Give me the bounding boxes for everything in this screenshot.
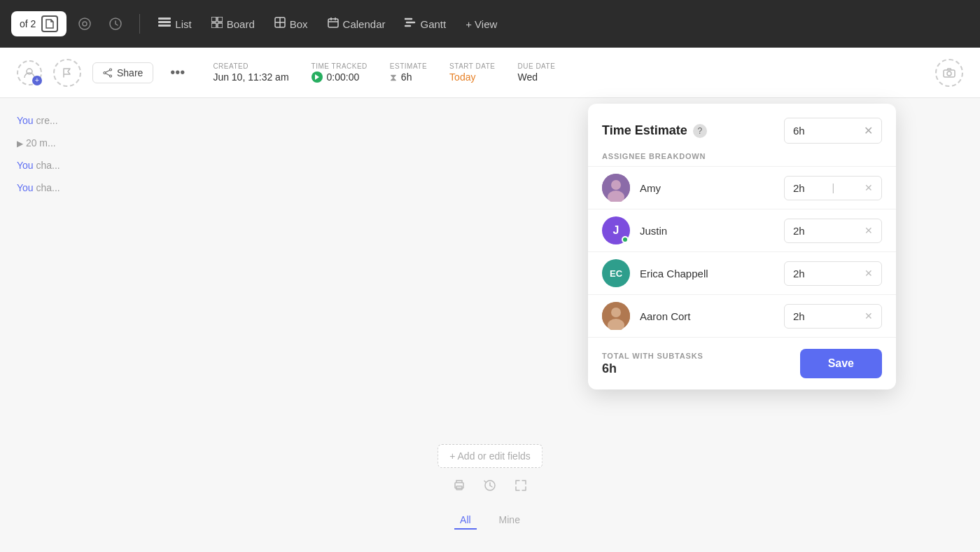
bottom-actions	[452, 478, 528, 496]
estimate-input-row: 6h ✕	[784, 118, 882, 144]
expand-icon[interactable]	[514, 478, 528, 496]
svg-point-1	[83, 22, 87, 26]
activity-text-3: cha...	[36, 182, 60, 193]
aaron-time-input[interactable]: 2h ✕	[784, 304, 882, 329]
list-icon	[158, 18, 171, 30]
tab-row: All Mine	[454, 511, 526, 530]
time-tracked-meta: TIME TRACKED 0:00:00	[312, 62, 368, 83]
erica-time-value: 2h	[793, 268, 805, 280]
add-view-button[interactable]: + View	[458, 14, 504, 34]
nav-icon-1[interactable]	[72, 11, 97, 36]
erica-x-button[interactable]: ✕	[864, 268, 873, 279]
svg-rect-13	[328, 19, 338, 27]
svg-point-21	[110, 69, 112, 71]
page-doc-icon	[41, 15, 58, 32]
help-icon[interactable]: ?	[693, 124, 707, 138]
add-view-label: + View	[465, 18, 497, 30]
justin-time-input[interactable]: 2h ✕	[784, 219, 882, 243]
view-list[interactable]: List	[151, 13, 198, 34]
assignee-avatar-button[interactable]: +	[17, 60, 42, 85]
estimate-meta[interactable]: ESTIMATE ⧗ 6h	[390, 62, 427, 83]
toolbar: + Share ••• CREATED Jun 10, 11:32 am	[0, 48, 980, 98]
time-tracked-play-icon	[312, 71, 323, 83]
page-indicator-text: of 2	[20, 18, 36, 29]
amy-time-input[interactable]: 2h | ✕	[784, 176, 882, 200]
view-board[interactable]: Board	[204, 13, 262, 35]
estimate-clear-button[interactable]: ✕	[864, 124, 873, 137]
justin-avatar: J	[602, 216, 630, 244]
svg-line-24	[106, 70, 110, 72]
svg-rect-3	[158, 18, 171, 20]
estimate-text: 6h	[401, 71, 412, 83]
assignee-row-amy: Amy 2h | ✕	[588, 166, 896, 209]
svg-point-23	[104, 71, 106, 74]
view-calendar[interactable]: Calendar	[321, 13, 393, 35]
toolbar-right	[935, 59, 963, 87]
due-date-value: Wed	[518, 71, 556, 83]
share-button[interactable]: Share	[92, 62, 153, 83]
total-section: TOTAL WITH SUBTASKS 6h	[602, 352, 704, 376]
estimate-label: ESTIMATE	[390, 62, 427, 70]
more-options-button[interactable]: •••	[164, 62, 190, 83]
created-label: CREATED	[213, 62, 288, 70]
assignee-row-aaron: Aaron Cort 2h ✕	[588, 294, 896, 337]
activity-text-2: cha...	[36, 160, 60, 171]
tab-all-label: All	[460, 514, 471, 525]
start-date-label: START DATE	[449, 62, 495, 70]
activity-you-2: You	[17, 160, 34, 171]
due-date-meta[interactable]: DUE DATE Wed	[518, 62, 556, 83]
toolbar-meta: CREATED Jun 10, 11:32 am TIME TRACKED 0:…	[213, 62, 555, 83]
created-value: Jun 10, 11:32 am	[213, 71, 288, 83]
estimate-main-value: 6h	[793, 125, 805, 137]
view-box-label: Box	[290, 18, 308, 30]
expand-arrow-icon: ▶	[17, 139, 23, 149]
created-meta: CREATED Jun 10, 11:32 am	[213, 62, 288, 83]
save-button[interactable]: Save	[800, 349, 882, 378]
view-box[interactable]: Box	[267, 13, 315, 35]
due-date-label: DUE DATE	[518, 62, 556, 70]
flag-button[interactable]	[53, 59, 81, 87]
erica-name: Erica Chappell	[640, 268, 784, 280]
camera-button[interactable]	[935, 59, 963, 87]
total-value: 6h	[602, 361, 704, 376]
view-gantt-label: Gantt	[420, 18, 446, 30]
print-icon[interactable]	[452, 478, 466, 496]
time-tracked-label: TIME TRACKED	[312, 62, 368, 70]
svg-rect-9	[218, 23, 223, 28]
start-date-meta[interactable]: START DATE Today	[449, 62, 495, 83]
time-estimate-popup: Time Estimate ? 6h ✕ ASSIGNEE BREAKDOWN	[588, 104, 896, 389]
activity-text-1: cre...	[36, 115, 58, 126]
svg-rect-5	[158, 25, 171, 27]
svg-point-32	[611, 180, 621, 190]
erica-time-input[interactable]: 2h ✕	[784, 261, 882, 286]
share-label: Share	[117, 67, 143, 78]
estimate-main-input[interactable]: 6h ✕	[784, 118, 882, 144]
justin-x-button[interactable]: ✕	[864, 225, 873, 236]
main-area: + Share ••• CREATED Jun 10, 11:32 am	[0, 48, 980, 552]
assignee-breakdown-label: ASSIGNEE BREAKDOWN	[588, 152, 896, 166]
svg-point-35	[611, 308, 621, 317]
aaron-avatar	[602, 302, 630, 330]
nav-icon-2[interactable]	[103, 11, 128, 36]
time-tracked-value: 0:00:00	[312, 71, 368, 83]
justin-online-dot	[622, 236, 629, 243]
amy-x-button[interactable]: ✕	[864, 182, 873, 193]
amy-clear-button[interactable]: |	[832, 182, 835, 193]
view-gantt[interactable]: Gantt	[398, 13, 453, 34]
activity-expand-text: 20 m...	[26, 137, 56, 149]
svg-line-25	[106, 73, 110, 75]
assignee-row-erica: EC Erica Chappell 2h ✕	[588, 251, 896, 294]
tab-mine[interactable]: Mine	[493, 511, 526, 530]
aaron-x-button[interactable]: ✕	[864, 310, 873, 322]
svg-rect-7	[218, 17, 223, 22]
view-list-label: List	[175, 18, 191, 30]
time-tracked-text: 0:00:00	[327, 71, 360, 83]
activity-you-1: You	[17, 115, 34, 126]
view-calendar-label: Calendar	[343, 18, 386, 30]
tab-all[interactable]: All	[454, 511, 477, 530]
popup-title: Time Estimate	[602, 123, 687, 138]
history-icon[interactable]	[483, 478, 497, 496]
add-fields-button[interactable]: + Add or edit fields	[438, 444, 542, 468]
nav-divider	[139, 14, 140, 34]
svg-rect-8	[211, 23, 216, 28]
